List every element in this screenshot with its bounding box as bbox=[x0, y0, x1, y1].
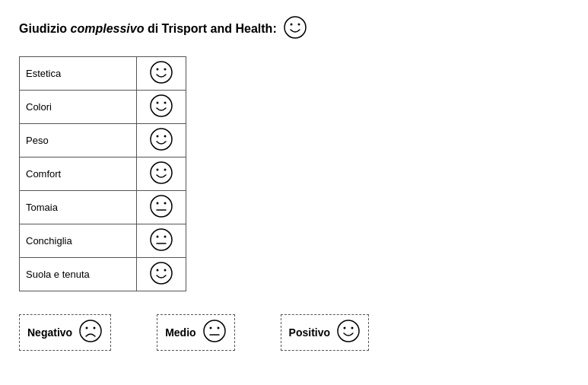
svg-point-3 bbox=[151, 62, 172, 83]
legend-row: Negativo Medio Positivo bbox=[19, 314, 569, 351]
legend-label: Negativo bbox=[27, 326, 72, 339]
legend-label: Positivo bbox=[289, 326, 330, 339]
row-label: Conchiglia bbox=[20, 224, 137, 258]
svg-point-1 bbox=[290, 24, 292, 26]
row-rating-icon bbox=[136, 191, 186, 224]
table-row: Peso bbox=[20, 124, 186, 158]
table-row: Estetica bbox=[20, 57, 186, 91]
row-label: Estetica bbox=[20, 57, 137, 91]
svg-point-12 bbox=[151, 162, 172, 183]
row-rating-icon bbox=[136, 224, 186, 258]
svg-point-10 bbox=[156, 135, 158, 138]
row-label: Tomaia bbox=[20, 191, 137, 224]
svg-point-20 bbox=[156, 236, 158, 238]
svg-point-6 bbox=[151, 95, 172, 116]
row-rating-icon bbox=[136, 158, 186, 191]
svg-point-26 bbox=[80, 320, 101, 342]
svg-point-2 bbox=[297, 24, 300, 26]
svg-point-17 bbox=[164, 202, 166, 205]
header: Giudizio complessivo di Trisport and Hea… bbox=[19, 15, 569, 43]
svg-point-8 bbox=[164, 102, 166, 104]
row-label: Peso bbox=[20, 124, 137, 158]
svg-point-15 bbox=[151, 196, 172, 217]
row-label: Comfort bbox=[20, 158, 137, 191]
svg-point-14 bbox=[164, 169, 166, 171]
svg-point-27 bbox=[86, 327, 88, 329]
svg-point-33 bbox=[338, 320, 359, 342]
table-row: Tomaia bbox=[20, 191, 186, 224]
svg-point-25 bbox=[164, 269, 166, 272]
svg-point-11 bbox=[164, 135, 166, 138]
row-label: Suola e tenuta bbox=[20, 258, 137, 291]
row-rating-icon bbox=[136, 258, 186, 291]
svg-point-19 bbox=[151, 229, 172, 250]
svg-point-34 bbox=[344, 327, 346, 329]
legend-icon bbox=[336, 319, 361, 346]
svg-point-29 bbox=[204, 320, 225, 342]
header-text: Giudizio complessivo di Trisport and Hea… bbox=[19, 22, 277, 36]
svg-point-4 bbox=[156, 68, 158, 71]
table-row: Conchiglia bbox=[20, 224, 186, 258]
legend-icon bbox=[202, 319, 227, 346]
svg-point-35 bbox=[351, 327, 354, 329]
legend-item-positivo: Positivo bbox=[281, 314, 369, 351]
row-rating-icon bbox=[136, 91, 186, 124]
svg-point-7 bbox=[156, 102, 158, 104]
row-rating-icon bbox=[136, 124, 186, 158]
svg-point-16 bbox=[156, 202, 158, 205]
svg-point-0 bbox=[284, 17, 306, 38]
row-rating-icon bbox=[136, 57, 186, 91]
svg-point-23 bbox=[151, 262, 172, 284]
legend-label: Medio bbox=[165, 326, 195, 339]
svg-point-30 bbox=[209, 327, 211, 329]
legend-icon bbox=[78, 319, 103, 346]
table-row: Comfort bbox=[20, 158, 186, 191]
legend-item-medio: Medio bbox=[157, 314, 234, 351]
svg-point-21 bbox=[164, 236, 166, 238]
svg-point-9 bbox=[151, 129, 172, 150]
legend-item-negativo: Negativo bbox=[19, 314, 111, 351]
svg-point-28 bbox=[94, 327, 96, 329]
svg-point-13 bbox=[156, 169, 158, 171]
table-row: Colori bbox=[20, 91, 186, 124]
row-label: Colori bbox=[20, 91, 137, 124]
svg-point-31 bbox=[217, 327, 219, 329]
svg-point-5 bbox=[164, 68, 166, 71]
overall-rating-icon bbox=[283, 15, 307, 43]
ratings-table: Estetica Colori Peso Comfort bbox=[19, 56, 186, 291]
table-row: Suola e tenuta bbox=[20, 258, 186, 291]
svg-point-24 bbox=[156, 269, 158, 272]
